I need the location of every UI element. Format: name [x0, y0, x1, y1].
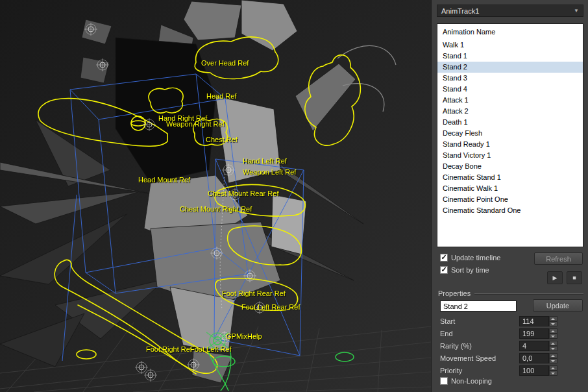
spinner-field: 114: [519, 316, 557, 326]
animation-list-item[interactable]: Stand 4: [437, 84, 583, 95]
animation-list-item[interactable]: Stand Ready 1: [437, 139, 583, 150]
property-label: Rarity (%): [440, 342, 519, 350]
properties-section-header: Properties: [438, 289, 583, 297]
animation-list[interactable]: Animation Name Walk 1Stand 1Stand 2Stand…: [437, 23, 583, 247]
property-row: Start 114: [440, 315, 583, 327]
sort-by-time-label: Sort by time: [451, 266, 489, 274]
animation-list-item[interactable]: Attack 1: [437, 95, 583, 106]
animation-list-item[interactable]: Decay Flesh: [437, 128, 583, 139]
spinner-field: 4: [519, 341, 557, 351]
chevron-down-icon: ▼: [574, 8, 579, 14]
spinner-arrows[interactable]: [549, 328, 557, 339]
checkbox-box: ✓: [440, 254, 448, 262]
sort-by-time-checkbox[interactable]: ✓ Sort by time: [440, 266, 489, 274]
section-divider: [474, 293, 583, 294]
animation-list-item[interactable]: Cinematic Walk 1: [437, 183, 583, 194]
property-value-input[interactable]: 114: [519, 316, 549, 326]
animation-list-item[interactable]: Stand Victory 1: [437, 150, 583, 161]
checkbox-box: ✓: [440, 266, 448, 274]
animation-list-item[interactable]: Cinematic Stand 1: [437, 172, 583, 183]
animation-list-item[interactable]: Stand 1: [437, 51, 583, 62]
stop-button[interactable]: ■: [567, 271, 582, 284]
track-dropdown-value: AnimTrack1: [441, 7, 479, 15]
refresh-button[interactable]: Refresh: [534, 252, 583, 265]
property-row: End 199: [440, 327, 583, 339]
property-fields: Start 114 End 199 Rarity (%) 4: [440, 315, 583, 376]
property-label: Movement Speed: [440, 354, 519, 362]
animation-list-item[interactable]: Walk 1: [437, 40, 583, 51]
viewport-scene: [0, 0, 431, 392]
animation-list-item[interactable]: Death 1: [437, 117, 583, 128]
track-dropdown[interactable]: AnimTrack1 ▼: [437, 5, 583, 17]
update-button[interactable]: Update: [533, 299, 583, 312]
animation-list-item[interactable]: Stand 3: [437, 73, 583, 84]
checkbox-box: [440, 377, 448, 385]
spinner-arrows[interactable]: [549, 316, 557, 326]
spinner-arrows[interactable]: [549, 353, 557, 363]
play-icon: ▶: [553, 275, 557, 281]
check-icon: ✓: [441, 254, 447, 261]
animation-name-input[interactable]: [440, 300, 517, 312]
spinner-field: 0,0: [519, 353, 557, 363]
spinner-arrows[interactable]: [549, 341, 557, 351]
property-row: Rarity (%) 4: [440, 339, 583, 352]
property-row: Priority 100: [440, 364, 583, 376]
stop-icon: ■: [572, 275, 576, 281]
non-looping-checkbox[interactable]: Non-Looping: [440, 377, 492, 385]
property-value-input[interactable]: 4: [519, 341, 549, 351]
property-row: Movement Speed 0,0: [440, 352, 583, 364]
app-window: Over Head RefHead RefHand Right RefWeapo…: [0, 0, 588, 392]
spinner-arrows[interactable]: [549, 365, 557, 376]
properties-title: Properties: [438, 289, 471, 297]
transport-controls: ▶ ■: [547, 271, 582, 284]
update-timeline-checkbox[interactable]: ✓ Update timeline: [440, 254, 500, 262]
animation-list-items: Walk 1Stand 1Stand 2Stand 3Stand 4Attack…: [437, 40, 583, 216]
animation-list-item[interactable]: Stand 2: [437, 62, 583, 73]
animation-side-panel: AnimTrack1 ▼ Animation Name Walk 1Stand …: [431, 0, 588, 392]
property-label: Start: [440, 317, 519, 325]
play-button[interactable]: ▶: [547, 271, 563, 284]
property-value-input[interactable]: 0,0: [519, 353, 549, 363]
animation-list-item[interactable]: Attack 2: [437, 106, 583, 117]
spinner-field: 199: [519, 328, 557, 339]
property-value-input[interactable]: 199: [519, 328, 549, 339]
viewport-3d[interactable]: Over Head RefHead RefHand Right RefWeapo…: [0, 0, 431, 392]
animation-list-item[interactable]: Decay Bone: [437, 161, 583, 172]
animation-list-item[interactable]: Cinematic Standard One: [437, 205, 583, 216]
spinner-field: 100: [519, 365, 557, 376]
property-label: End: [440, 330, 519, 337]
animation-list-header: Animation Name: [437, 24, 583, 40]
non-looping-label: Non-Looping: [451, 377, 492, 385]
update-timeline-label: Update timeline: [451, 254, 500, 262]
animation-list-item[interactable]: Cinematic Point One: [437, 194, 583, 205]
property-value-input[interactable]: 100: [519, 365, 549, 376]
property-label: Priority: [440, 367, 519, 374]
check-icon: ✓: [441, 266, 447, 273]
